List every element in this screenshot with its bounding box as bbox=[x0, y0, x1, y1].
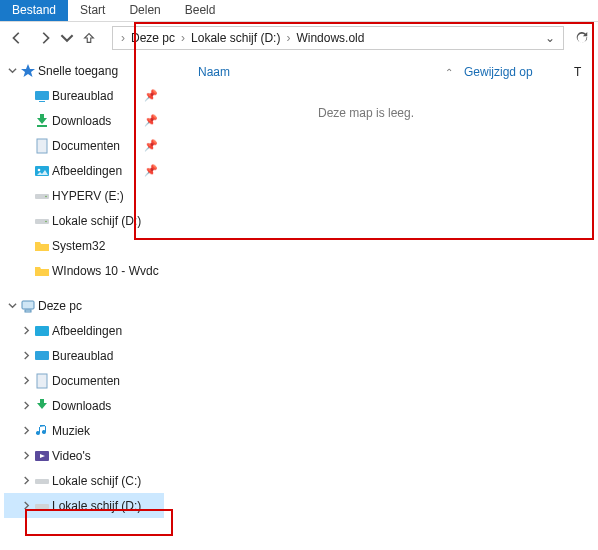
folder-icon bbox=[34, 263, 50, 279]
tree-label: Muziek bbox=[52, 424, 90, 438]
tree-pc-downloads[interactable]: Downloads bbox=[4, 393, 164, 418]
tree-label: Documenten bbox=[52, 374, 120, 388]
tree-pc-music[interactable]: Muziek bbox=[4, 418, 164, 443]
document-icon bbox=[34, 373, 50, 389]
pictures-icon bbox=[34, 163, 50, 179]
tree-label: Lokale schijf (D:) bbox=[52, 214, 141, 228]
expand-icon[interactable] bbox=[20, 475, 32, 487]
history-dropdown[interactable] bbox=[60, 25, 74, 51]
crumb-drive-d[interactable]: Lokale schijf (D:) bbox=[189, 29, 282, 47]
address-bar[interactable]: › Deze pc › Lokale schijf (D:) › Windows… bbox=[112, 26, 564, 50]
expand-icon[interactable] bbox=[20, 350, 32, 362]
tree-item-pictures[interactable]: Afbeeldingen 📌 bbox=[4, 158, 164, 183]
ribbon-tab-file[interactable]: Bestand bbox=[0, 0, 68, 21]
pictures-icon bbox=[34, 323, 50, 339]
folder-icon bbox=[34, 238, 50, 254]
forward-button[interactable] bbox=[32, 25, 58, 51]
svg-rect-14 bbox=[35, 351, 49, 360]
tree-label: Lokale schijf (C:) bbox=[52, 474, 141, 488]
expand-icon[interactable] bbox=[20, 325, 32, 337]
tree-label: Video's bbox=[52, 449, 91, 463]
expand-icon[interactable] bbox=[20, 500, 32, 512]
crumb-this-pc[interactable]: Deze pc bbox=[129, 29, 177, 47]
pin-icon: 📌 bbox=[144, 114, 164, 127]
desktop-icon bbox=[34, 88, 50, 104]
tree-pc-documents[interactable]: Documenten bbox=[4, 368, 164, 393]
tree-label: Downloads bbox=[52, 114, 111, 128]
tree-label: System32 bbox=[52, 239, 105, 253]
column-name[interactable]: Naam bbox=[174, 65, 434, 79]
chevron-right-icon: › bbox=[286, 31, 290, 45]
pin-icon: 📌 bbox=[144, 139, 164, 152]
drive-icon bbox=[34, 498, 50, 514]
collapse-icon[interactable] bbox=[6, 65, 18, 77]
tree-label: HYPERV (E:) bbox=[52, 189, 124, 203]
tree-this-pc[interactable]: Deze pc bbox=[4, 293, 164, 318]
expand-icon[interactable] bbox=[20, 425, 32, 437]
body: Snelle toegang Bureaublad 📌 Downloads 📌 … bbox=[0, 54, 598, 550]
pin-icon: 📌 bbox=[144, 89, 164, 102]
tree-label: Afbeeldingen bbox=[52, 324, 122, 338]
expand-icon[interactable] bbox=[20, 375, 32, 387]
tree-pc-drive-c[interactable]: Lokale schijf (C:) bbox=[4, 468, 164, 493]
tree-item-local-d[interactable]: Lokale schijf (D:) bbox=[4, 208, 164, 233]
tree-label: Documenten bbox=[52, 139, 120, 153]
ribbon-tab-view[interactable]: Beeld bbox=[173, 0, 228, 21]
tree-item-documents[interactable]: Documenten 📌 bbox=[4, 133, 164, 158]
svg-rect-18 bbox=[35, 479, 49, 484]
svg-point-8 bbox=[45, 195, 47, 197]
column-headers: Naam ⌃ Gewijzigd op T bbox=[174, 54, 598, 82]
tree-pc-pictures[interactable]: Afbeeldingen bbox=[4, 318, 164, 343]
column-type[interactable]: T bbox=[574, 65, 594, 79]
video-icon bbox=[34, 448, 50, 464]
tree-item-desktop[interactable]: Bureaublad 📌 bbox=[4, 83, 164, 108]
tree-item-system32[interactable]: System32 bbox=[4, 233, 164, 258]
drive-icon bbox=[34, 213, 50, 229]
document-icon bbox=[34, 138, 50, 154]
sort-indicator-icon: ⌃ bbox=[434, 67, 464, 78]
music-icon bbox=[34, 423, 50, 439]
ribbon-tab-home[interactable]: Start bbox=[68, 0, 117, 21]
svg-rect-7 bbox=[35, 194, 49, 199]
svg-point-6 bbox=[38, 168, 41, 171]
tree-item-win10[interactable]: WIndows 10 - Wvdc bbox=[4, 258, 164, 283]
tree-pc-drive-d[interactable]: Lokale schijf (D:) bbox=[4, 493, 164, 518]
svg-marker-2 bbox=[37, 114, 47, 124]
tree-item-downloads[interactable]: Downloads 📌 bbox=[4, 108, 164, 133]
tree-label: Deze pc bbox=[38, 299, 82, 313]
crumb-windows-old[interactable]: Windows.old bbox=[294, 29, 366, 47]
tree-label: Bureaublad bbox=[52, 349, 113, 363]
expand-icon[interactable] bbox=[20, 450, 32, 462]
chevron-right-icon: › bbox=[121, 31, 125, 45]
refresh-button[interactable] bbox=[570, 26, 594, 50]
svg-rect-3 bbox=[37, 125, 47, 127]
tree-item-hyperv[interactable]: HYPERV (E:) bbox=[4, 183, 164, 208]
pin-icon: 📌 bbox=[144, 164, 164, 177]
ribbon-tab-share[interactable]: Delen bbox=[117, 0, 172, 21]
tree-pc-videos[interactable]: Video's bbox=[4, 443, 164, 468]
nav-tree: Snelle toegang Bureaublad 📌 Downloads 📌 … bbox=[0, 54, 164, 550]
tree-quick-access[interactable]: Snelle toegang bbox=[4, 58, 164, 83]
desktop-icon bbox=[34, 348, 50, 364]
empty-folder-message: Deze map is leeg. bbox=[174, 82, 598, 120]
column-modified[interactable]: Gewijzigd op bbox=[464, 65, 574, 79]
download-icon bbox=[34, 113, 50, 129]
ribbon: Bestand Start Delen Beeld bbox=[0, 0, 598, 22]
svg-rect-19 bbox=[35, 504, 49, 509]
svg-rect-1 bbox=[39, 101, 45, 102]
svg-rect-4 bbox=[37, 139, 47, 153]
svg-rect-11 bbox=[22, 301, 34, 309]
expand-icon[interactable] bbox=[20, 400, 32, 412]
star-icon bbox=[20, 63, 36, 79]
address-dropdown[interactable]: ⌄ bbox=[541, 31, 559, 45]
up-button[interactable] bbox=[76, 25, 102, 51]
back-button[interactable] bbox=[4, 25, 30, 51]
svg-marker-16 bbox=[37, 399, 47, 409]
tree-label: Lokale schijf (D:) bbox=[52, 499, 141, 513]
tree-label: Bureaublad bbox=[52, 89, 113, 103]
file-list: Naam ⌃ Gewijzigd op T Deze map is leeg. bbox=[164, 54, 598, 550]
tree-pc-desktop[interactable]: Bureaublad bbox=[4, 343, 164, 368]
collapse-icon[interactable] bbox=[6, 300, 18, 312]
svg-rect-0 bbox=[35, 91, 49, 100]
drive-icon bbox=[34, 188, 50, 204]
